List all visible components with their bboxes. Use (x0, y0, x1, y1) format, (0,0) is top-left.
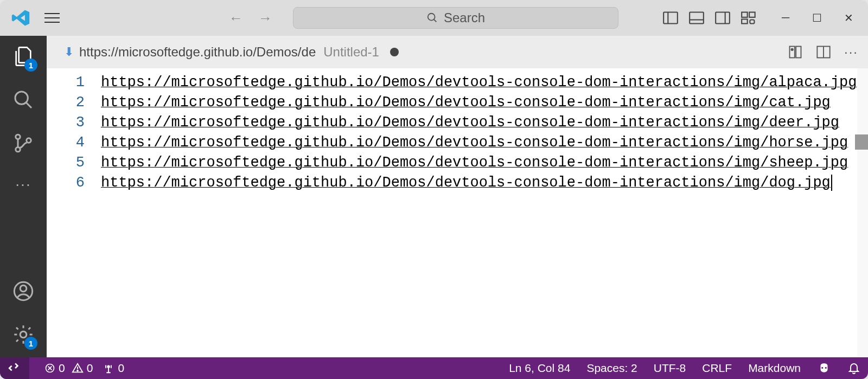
vscode-logo-icon (11, 8, 30, 28)
svg-point-22 (791, 49, 793, 51)
search-placeholder: Search (444, 10, 485, 25)
search-icon (12, 89, 34, 111)
activity-bar: 1 ··· 1 (0, 36, 47, 357)
line-number: 5 (47, 153, 85, 173)
command-center-search[interactable]: Search (293, 7, 618, 29)
markdown-arrow-icon: ⬇ (64, 45, 74, 59)
layout-panel-icon[interactable] (689, 11, 704, 24)
source-control-icon (12, 132, 34, 154)
status-bar: 0 0 0 Ln 6, Col 84 Spaces: 2 UTF-8 CRLF … (0, 357, 868, 379)
editor-more-actions[interactable]: ··· (844, 44, 858, 60)
tab-bar: ⬇ https://microsoftedge.github.io/Demos/… (47, 36, 868, 68)
menu-button[interactable] (44, 9, 62, 27)
code-line[interactable]: https://microsoftedge.github.io/Demos/de… (101, 134, 848, 151)
nav-forward-button[interactable]: → (258, 10, 272, 27)
window-close-button[interactable]: ✕ (843, 11, 854, 24)
split-editor-icon[interactable] (816, 44, 831, 60)
bell-icon[interactable] (847, 362, 860, 375)
status-indentation[interactable]: Spaces: 2 (586, 362, 637, 375)
explorer-badge: 1 (24, 59, 37, 72)
line-number-gutter: 1 2 3 4 5 6 (47, 68, 101, 357)
svg-point-30 (108, 365, 110, 368)
svg-rect-8 (742, 12, 748, 17)
nav-back-button[interactable]: ← (229, 10, 243, 27)
tab-dirty-indicator (390, 48, 399, 56)
layout-sidebar-right-icon[interactable] (715, 11, 730, 24)
status-problems[interactable]: 0 0 (44, 362, 93, 375)
code-content[interactable]: https://microsoftedge.github.io/Demos/de… (101, 68, 868, 357)
line-number: 6 (47, 173, 85, 193)
remote-indicator[interactable] (0, 357, 29, 379)
minimap[interactable] (857, 68, 868, 357)
status-language-mode[interactable]: Markdown (748, 362, 801, 375)
window-maximize-button[interactable]: ☐ (812, 11, 822, 24)
activity-more[interactable]: ··· (15, 176, 31, 193)
svg-line-1 (434, 20, 437, 22)
svg-rect-6 (716, 12, 730, 24)
status-ports[interactable]: 0 (103, 362, 124, 375)
title-bar: ← → Search ─ ☐ ✕ (0, 0, 868, 36)
search-icon (426, 12, 438, 24)
copilot-icon[interactable] (817, 361, 831, 375)
code-line[interactable]: https://microsoftedge.github.io/Demos/de… (101, 175, 831, 191)
status-eol[interactable]: CRLF (702, 362, 732, 375)
error-icon (44, 363, 55, 374)
activity-accounts[interactable] (12, 280, 34, 304)
code-line[interactable]: https://microsoftedge.github.io/Demos/de… (101, 74, 857, 91)
warning-icon (72, 362, 84, 374)
line-number: 4 (47, 133, 85, 153)
layout-sidebar-left-icon[interactable] (663, 11, 678, 24)
svg-point-19 (20, 331, 27, 338)
svg-rect-21 (796, 47, 801, 58)
svg-point-29 (77, 370, 78, 371)
activity-source-control[interactable] (12, 132, 34, 156)
activity-explorer[interactable]: 1 (12, 46, 34, 69)
svg-rect-2 (663, 12, 678, 24)
error-count: 0 (59, 362, 65, 375)
editor-tab[interactable]: ⬇ https://microsoftedge.github.io/Demos/… (53, 36, 410, 68)
line-number: 2 (47, 93, 85, 113)
activity-search[interactable] (12, 89, 34, 113)
ellipsis-icon: ··· (15, 176, 31, 192)
compare-changes-icon[interactable] (788, 44, 803, 60)
radio-tower-icon (103, 362, 114, 374)
svg-point-14 (16, 134, 20, 139)
svg-rect-4 (690, 12, 704, 24)
code-line[interactable]: https://microsoftedge.github.io/Demos/de… (101, 94, 831, 111)
svg-point-12 (15, 92, 28, 104)
minimap-thumb[interactable] (855, 134, 868, 150)
activity-settings[interactable]: 1 (12, 324, 34, 348)
warning-count: 0 (87, 362, 93, 375)
svg-point-0 (428, 14, 435, 21)
status-encoding[interactable]: UTF-8 (654, 362, 686, 375)
svg-rect-11 (750, 20, 754, 24)
svg-line-13 (26, 102, 31, 108)
svg-rect-10 (742, 19, 748, 23)
svg-point-15 (16, 147, 20, 152)
editor-body[interactable]: 1 2 3 4 5 6 https://microsoftedge.github… (47, 68, 868, 357)
text-cursor (831, 175, 832, 191)
svg-point-18 (20, 285, 27, 292)
remote-icon (8, 361, 22, 375)
ports-count: 0 (118, 362, 124, 375)
status-cursor-position[interactable]: Ln 6, Col 84 (509, 362, 570, 375)
line-number: 3 (47, 113, 85, 133)
account-icon (12, 280, 34, 302)
code-line[interactable]: https://microsoftedge.github.io/Demos/de… (101, 155, 848, 171)
tab-filename: Untitled-1 (323, 44, 379, 60)
editor-area: ⬇ https://microsoftedge.github.io/Demos/… (47, 36, 868, 357)
customize-layout-icon[interactable] (741, 11, 756, 24)
svg-point-16 (27, 138, 31, 143)
line-number: 1 (47, 73, 85, 93)
main-area: 1 ··· 1 ⬇ https://microsoftedge.github.i… (0, 36, 868, 357)
svg-rect-9 (749, 12, 755, 17)
tab-title: https://microsoftedge.github.io/Demos/de (79, 44, 316, 60)
code-line[interactable]: https://microsoftedge.github.io/Demos/de… (101, 114, 839, 131)
settings-badge: 1 (24, 337, 37, 350)
window-minimize-button[interactable]: ─ (780, 11, 791, 24)
